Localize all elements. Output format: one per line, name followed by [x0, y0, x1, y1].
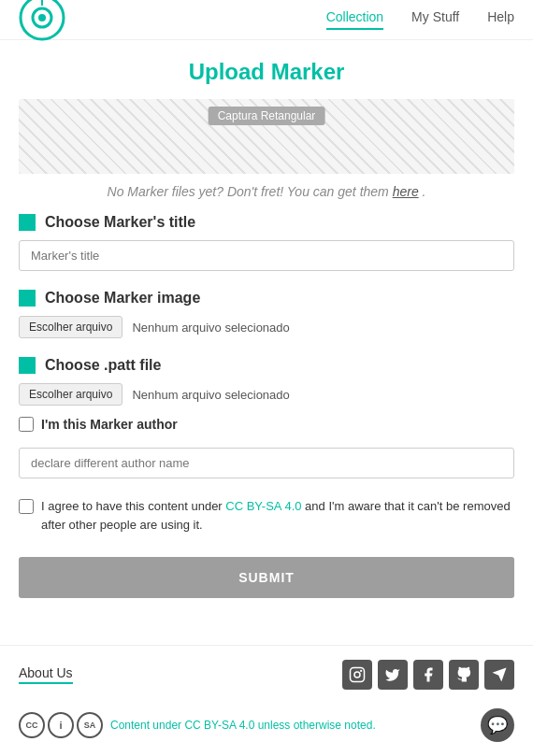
social-icons [342, 660, 514, 690]
image-file-label: Nenhum arquivo selecionado [132, 321, 289, 335]
facebook-icon[interactable] [413, 660, 443, 690]
here-link[interactable]: here [393, 184, 419, 199]
cc-license-link[interactable]: CC BY-SA 4.0 [225, 499, 301, 513]
header: Collection My Stuff Help [0, 0, 533, 40]
svg-marker-8 [493, 668, 507, 682]
svg-point-6 [360, 670, 362, 672]
nav-help[interactable]: Help [487, 9, 514, 30]
cc-icon-by: i [48, 712, 74, 738]
section-title-marker-title: Choose Marker's title [45, 214, 195, 231]
svg-point-5 [354, 672, 360, 678]
main-content: Upload Marker Captura Retangular No Mark… [0, 40, 533, 617]
license-row: I agree to have this content under CC BY… [19, 497, 514, 534]
about-link[interactable]: About Us [19, 665, 73, 684]
marker-image-section: Choose Marker image Escolher arquivo Nen… [19, 290, 514, 338]
cc-text: Content under CC BY-SA 4.0 unless otherw… [110, 719, 376, 732]
page-title: Upload Marker [19, 59, 514, 85]
footer-top: About Us [19, 660, 514, 690]
author-checkbox-row: I'm this Marker author [19, 417, 514, 432]
telegram-icon[interactable] [484, 660, 514, 690]
submit-button[interactable]: SUBMIT [19, 557, 514, 598]
chat-bubble-icon[interactable]: 💬 [481, 708, 514, 742]
section-icon-patt [19, 357, 36, 374]
patt-file-label: Nenhum arquivo selecionado [132, 388, 289, 402]
image-file-row: Escolher arquivo Nenhum arquivo selecion… [19, 316, 514, 338]
author-checkbox[interactable] [19, 417, 34, 432]
author-name-input[interactable] [19, 448, 514, 478]
capture-badge: Captura Retangular [209, 107, 325, 125]
svg-point-2 [38, 14, 46, 21]
nav-links: Collection My Stuff Help [326, 9, 514, 30]
section-icon-image [19, 290, 36, 307]
footer: About Us CC i SA Content under CC BY-SA [0, 645, 533, 756]
nav-mystuff[interactable]: My Stuff [411, 9, 459, 30]
svg-rect-4 [351, 668, 365, 682]
github-icon[interactable] [449, 660, 479, 690]
author-checkbox-label: I'm this Marker author [41, 417, 178, 432]
license-checkbox[interactable] [19, 499, 34, 514]
cc-icon-sa: SA [77, 712, 103, 738]
section-title-patt: Choose .patt file [45, 357, 161, 374]
twitter-icon[interactable] [378, 660, 408, 690]
marker-title-section: Choose Marker's title [19, 214, 514, 271]
image-file-btn[interactable]: Escolher arquivo [19, 316, 122, 338]
logo-area [19, 0, 65, 45]
patt-file-row: Escolher arquivo Nenhum arquivo selecion… [19, 383, 514, 406]
nav-collection[interactable]: Collection [326, 9, 383, 30]
section-icon-title [19, 214, 36, 231]
patt-section: Choose .patt file Escolher arquivo Nenhu… [19, 357, 514, 478]
license-text: I agree to have this content under CC BY… [41, 497, 514, 534]
instagram-icon[interactable] [342, 660, 372, 690]
marker-title-input[interactable] [19, 240, 514, 271]
patt-file-btn[interactable]: Escolher arquivo [19, 383, 122, 406]
capture-area: Captura Retangular [19, 99, 514, 174]
footer-bottom: CC i SA Content under CC BY-SA 4.0 unles… [19, 708, 514, 742]
cc-icon-cc: CC [19, 712, 45, 738]
cc-area: CC i SA Content under CC BY-SA 4.0 unles… [19, 712, 376, 738]
section-title-marker-image: Choose Marker image [45, 290, 200, 307]
